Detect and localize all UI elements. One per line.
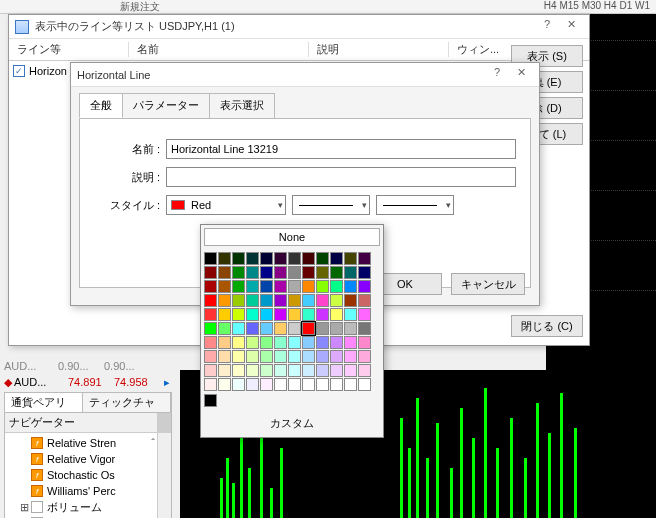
tab-parameters[interactable]: パラメーター xyxy=(122,93,210,118)
color-swatch[interactable] xyxy=(288,308,301,321)
color-swatch[interactable] xyxy=(288,322,301,335)
color-swatch[interactable] xyxy=(204,322,217,335)
color-swatch[interactable] xyxy=(288,280,301,293)
color-swatch[interactable] xyxy=(358,308,371,321)
color-swatch[interactable] xyxy=(288,336,301,349)
color-swatch[interactable] xyxy=(302,280,315,293)
color-swatch[interactable] xyxy=(274,252,287,265)
color-swatch[interactable] xyxy=(204,280,217,293)
color-swatch[interactable] xyxy=(218,280,231,293)
row-checkbox[interactable]: ✓ xyxy=(13,65,25,77)
color-swatch[interactable] xyxy=(218,364,231,377)
color-swatch[interactable] xyxy=(344,294,357,307)
color-swatch[interactable] xyxy=(316,336,329,349)
custom-color[interactable]: カスタム xyxy=(201,410,383,433)
tree-item[interactable]: fRelative Strenˆ xyxy=(19,435,171,451)
color-swatch[interactable] xyxy=(232,350,245,363)
close-icon[interactable]: ✕ xyxy=(559,18,583,36)
color-swatch[interactable] xyxy=(232,308,245,321)
rate-row[interactable]: AUD... 0.90... 0.90... xyxy=(4,358,172,374)
color-swatch[interactable] xyxy=(288,350,301,363)
color-swatch[interactable] xyxy=(232,378,245,391)
color-swatch[interactable] xyxy=(218,378,231,391)
color-swatch[interactable] xyxy=(274,308,287,321)
color-swatch[interactable] xyxy=(344,364,357,377)
close-button[interactable]: 閉じる (C) xyxy=(511,315,583,337)
color-swatch[interactable] xyxy=(330,350,343,363)
color-swatch[interactable] xyxy=(358,266,371,279)
color-swatch[interactable] xyxy=(232,322,245,335)
color-swatch[interactable] xyxy=(330,280,343,293)
color-none[interactable]: None xyxy=(204,228,380,246)
color-swatch[interactable] xyxy=(302,252,315,265)
color-swatch[interactable] xyxy=(330,378,343,391)
col-type[interactable]: ライン等 xyxy=(9,42,129,57)
color-swatch[interactable] xyxy=(316,322,329,335)
close-icon[interactable]: ✕ xyxy=(509,66,533,84)
color-swatch[interactable] xyxy=(204,294,217,307)
color-swatch[interactable] xyxy=(330,308,343,321)
color-swatch[interactable] xyxy=(204,378,217,391)
expand-icon[interactable]: ⊞ xyxy=(19,501,29,514)
color-swatch[interactable] xyxy=(358,378,371,391)
color-swatch[interactable] xyxy=(246,322,259,335)
color-swatch[interactable] xyxy=(358,294,371,307)
color-swatch[interactable] xyxy=(274,336,287,349)
color-swatch[interactable] xyxy=(288,294,301,307)
help-button[interactable]: ? xyxy=(485,66,509,84)
color-swatch[interactable] xyxy=(302,308,315,321)
color-swatch[interactable] xyxy=(358,364,371,377)
color-swatch[interactable] xyxy=(302,322,315,335)
col-desc[interactable]: 説明 xyxy=(309,42,449,57)
color-swatch[interactable] xyxy=(288,364,301,377)
color-swatch[interactable] xyxy=(204,308,217,321)
color-swatch[interactable] xyxy=(204,336,217,349)
color-swatch[interactable] xyxy=(344,336,357,349)
color-swatch[interactable] xyxy=(288,252,301,265)
color-swatch[interactable] xyxy=(358,336,371,349)
color-swatch[interactable] xyxy=(246,336,259,349)
color-swatch[interactable] xyxy=(344,322,357,335)
color-swatch[interactable] xyxy=(246,378,259,391)
tree-item[interactable]: fRelative Vigor xyxy=(19,451,171,467)
color-swatch[interactable] xyxy=(218,252,231,265)
color-swatch[interactable] xyxy=(330,322,343,335)
color-swatch[interactable] xyxy=(344,280,357,293)
color-swatch[interactable] xyxy=(260,322,273,335)
color-swatch[interactable] xyxy=(330,336,343,349)
dialog-titlebar[interactable]: 表示中のライン等リスト USDJPY,H1 (1) ? ✕ xyxy=(9,15,589,39)
color-swatch[interactable] xyxy=(246,350,259,363)
color-swatch[interactable] xyxy=(344,266,357,279)
tab-visualization[interactable]: 表示選択 xyxy=(209,93,275,118)
color-swatch[interactable] xyxy=(218,322,231,335)
color-swatch[interactable] xyxy=(358,280,371,293)
color-swatch[interactable] xyxy=(330,252,343,265)
color-swatch[interactable] xyxy=(260,336,273,349)
scrollbar[interactable]: ˆ xyxy=(157,413,171,518)
line-style-select[interactable]: ▾ xyxy=(292,195,370,215)
color-swatch[interactable] xyxy=(260,280,273,293)
color-swatch[interactable] xyxy=(302,266,315,279)
color-swatch[interactable] xyxy=(232,336,245,349)
color-swatch[interactable] xyxy=(316,364,329,377)
color-swatch[interactable] xyxy=(330,266,343,279)
help-button[interactable]: ? xyxy=(535,18,559,36)
color-swatch[interactable] xyxy=(316,294,329,307)
color-swatch[interactable] xyxy=(246,280,259,293)
color-swatch[interactable] xyxy=(260,364,273,377)
color-swatch[interactable] xyxy=(344,252,357,265)
color-swatch[interactable] xyxy=(218,308,231,321)
col-name[interactable]: 名前 xyxy=(129,42,309,57)
color-swatch[interactable] xyxy=(218,266,231,279)
color-swatch[interactable] xyxy=(260,308,273,321)
color-swatch[interactable] xyxy=(246,252,259,265)
tab-general[interactable]: 全般 xyxy=(79,93,123,118)
tree-item[interactable]: ⊞ボリューム xyxy=(19,499,171,515)
color-swatch[interactable] xyxy=(274,350,287,363)
color-swatch[interactable] xyxy=(274,266,287,279)
color-swatch[interactable] xyxy=(316,308,329,321)
color-swatch[interactable] xyxy=(260,252,273,265)
color-swatch[interactable] xyxy=(204,252,217,265)
color-swatch[interactable] xyxy=(302,364,315,377)
color-swatch[interactable] xyxy=(260,350,273,363)
